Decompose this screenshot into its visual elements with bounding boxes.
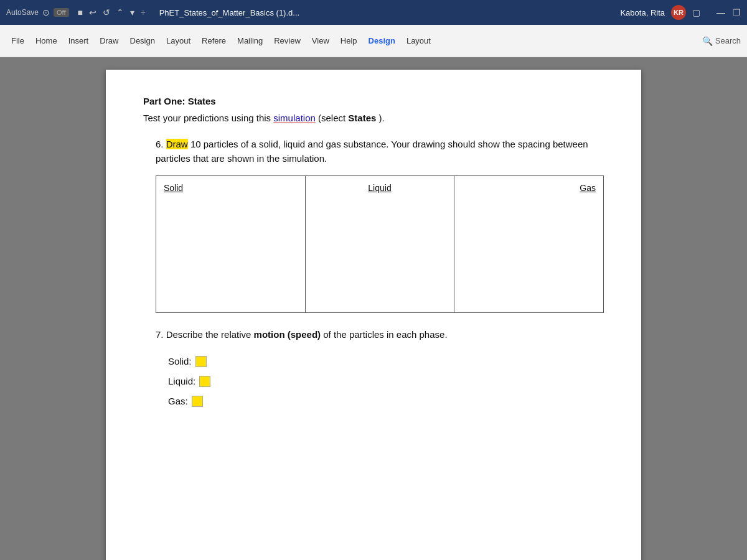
- user-avatar[interactable]: KR: [671, 5, 686, 20]
- tab-refere[interactable]: Refere: [197, 34, 231, 48]
- question7-text1: 7. Describe the relative: [156, 329, 251, 340]
- title-bar-left: AutoSave ⊙ Off ■ ↩ ↺ ⌃ ▾ ÷ PhET_States_o…: [6, 7, 615, 17]
- liquid-label: Liquid: [368, 183, 391, 193]
- answer-lines: Solid: Liquid: Gas:: [168, 352, 604, 411]
- gas-answer-label: Gas:: [168, 392, 188, 411]
- search-label[interactable]: Search: [715, 36, 741, 45]
- question6-body: 10 particles of a solid, liquid and gas …: [156, 139, 588, 164]
- tab-review[interactable]: Review: [269, 34, 306, 48]
- ribbon-display-icon[interactable]: ▢: [692, 7, 700, 17]
- part-heading: Part One: States: [143, 95, 604, 109]
- title-bar: AutoSave ⊙ Off ■ ↩ ↺ ⌃ ▾ ÷ PhET_States_o…: [0, 0, 747, 25]
- question6-number: 6.: [156, 139, 164, 149]
- liquid-answer-box[interactable]: [199, 376, 210, 387]
- search-area[interactable]: 🔍 Search: [702, 36, 741, 46]
- tab-draw[interactable]: Draw: [95, 34, 123, 48]
- tab-view[interactable]: View: [307, 34, 334, 48]
- tab-file[interactable]: File: [6, 34, 29, 48]
- tab-insert[interactable]: Insert: [63, 34, 94, 48]
- document-title: PhET_States_of_Matter_Basics (1).d...: [159, 8, 299, 17]
- user-name: Kabota, Rita: [620, 8, 665, 17]
- gas-label: Gas: [580, 183, 596, 193]
- minimize-button[interactable]: —: [716, 7, 725, 17]
- window-controls: — ❐: [716, 7, 741, 17]
- ribbon: File Home Insert Draw Design Layout Refe…: [0, 25, 747, 57]
- tab-layout2[interactable]: Layout: [402, 34, 436, 48]
- liquid-answer-label: Liquid:: [168, 372, 195, 391]
- toolbar-icons: ■ ↩ ↺ ⌃ ▾ ÷: [78, 7, 146, 17]
- solid-label: Solid: [164, 183, 183, 193]
- speed-text: (speed): [288, 329, 321, 340]
- title-bar-right: Kabota, Rita KR ▢ — ❐: [620, 5, 741, 20]
- tab-layout1[interactable]: Layout: [161, 34, 195, 48]
- autosave-off-badge[interactable]: Off: [54, 8, 68, 17]
- more-icon[interactable]: ⌃: [116, 7, 124, 17]
- down-icon[interactable]: ▾: [130, 7, 134, 17]
- question6-block: 6. Draw 10 particles of a solid, liquid …: [156, 138, 604, 313]
- undo-icon[interactable]: ↩: [89, 7, 96, 17]
- drawing-table: Solid Liquid Gas: [156, 175, 604, 313]
- intro-text3: ).: [379, 113, 385, 123]
- simulation-link[interactable]: simulation: [273, 113, 316, 123]
- solid-answer-label: Solid:: [168, 352, 192, 371]
- document-area: Part One: States Test your predictions u…: [0, 57, 747, 560]
- question7-text2: of the particles in each phase.: [323, 329, 447, 340]
- redo-icon[interactable]: ↺: [103, 7, 110, 17]
- gas-cell[interactable]: Gas: [454, 176, 604, 313]
- options-icon[interactable]: ÷: [141, 7, 146, 17]
- tab-design2[interactable]: Design: [364, 34, 400, 48]
- page[interactable]: Part One: States Test your predictions u…: [106, 70, 641, 560]
- liquid-cell[interactable]: Liquid: [305, 176, 454, 313]
- question7-block: 7. Describe the relative motion (speed) …: [156, 328, 604, 342]
- solid-answer-line: Solid:: [168, 352, 604, 371]
- tab-mailing[interactable]: Mailing: [232, 34, 268, 48]
- gas-answer-box[interactable]: [192, 396, 203, 407]
- liquid-answer-line: Liquid:: [168, 372, 604, 391]
- tab-home[interactable]: Home: [31, 34, 62, 48]
- intro-text2: (select: [318, 113, 345, 123]
- save-icon[interactable]: ■: [78, 7, 83, 17]
- intro-line: Test your predictions using this simulat…: [143, 111, 604, 126]
- autosave-toggle-icon[interactable]: ⊙: [42, 7, 50, 17]
- tab-help[interactable]: Help: [336, 34, 362, 48]
- solid-cell[interactable]: Solid: [156, 176, 306, 313]
- draw-highlight: Draw: [166, 139, 188, 149]
- search-icon: 🔍: [702, 36, 713, 46]
- autosave-label: AutoSave: [6, 8, 39, 17]
- motion-text: motion: [254, 329, 285, 340]
- gas-answer-line: Gas:: [168, 392, 604, 411]
- intro-text1: Test your predictions using this: [143, 113, 271, 123]
- table-row: Solid Liquid Gas: [156, 176, 604, 313]
- tab-design1[interactable]: Design: [125, 34, 160, 48]
- states-text: States: [348, 113, 376, 123]
- solid-answer-box[interactable]: [195, 356, 207, 367]
- question6-text: 6. Draw 10 particles of a solid, liquid …: [156, 138, 604, 166]
- restore-button[interactable]: ❐: [733, 7, 741, 17]
